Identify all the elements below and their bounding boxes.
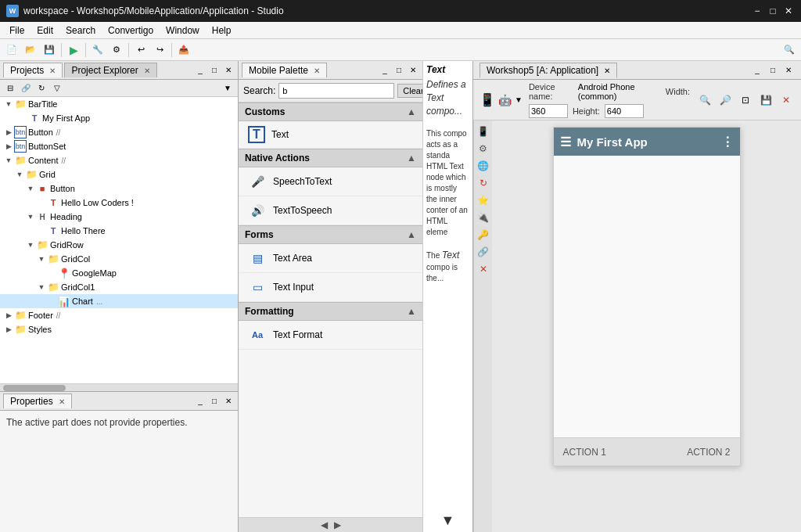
palette-item-speech-to-text[interactable]: 🎤 SpeechToText — [239, 167, 422, 196]
toolbar-save[interactable]: 💾 — [41, 41, 58, 59]
section-native-actions[interactable]: Native Actions ▲ — [239, 149, 422, 167]
minimize-palette[interactable]: _ — [379, 64, 391, 77]
toolbar-btn3[interactable]: ↩ — [132, 41, 149, 59]
footer-icon: 📁 — [14, 309, 27, 322]
section-forms[interactable]: Forms ▲ — [239, 225, 422, 244]
close-preview-tab[interactable]: ✕ — [604, 66, 610, 75]
tab-workshop5[interactable]: Workshop5 [A: Application] ✕ — [480, 63, 617, 78]
tree-item-button-red[interactable]: ▼ ■ Button — [0, 182, 238, 196]
tree-item-button[interactable]: ▶ btn Button // — [0, 125, 238, 139]
project-tree[interactable]: ▼ 📁 BarTitle T My First App ▶ btn Button… — [0, 97, 238, 383]
zoom-out-button[interactable]: 🔎 — [717, 92, 734, 109]
toolbar-new[interactable]: 📄 — [3, 41, 20, 59]
minimize-left-panel[interactable]: _ — [194, 64, 207, 77]
tree-item-myfirstapp[interactable]: T My First App — [0, 111, 238, 125]
fit-button[interactable]: ⊡ — [737, 92, 754, 109]
tree-horizontal-scrollbar[interactable] — [0, 383, 238, 391]
tab-projects[interactable]: Projects ✕ — [3, 63, 63, 77]
close-preview[interactable]: ✕ — [782, 64, 795, 77]
close-projects-tab[interactable]: ✕ — [49, 66, 56, 75]
menu-window[interactable]: Window — [160, 23, 206, 38]
side-icon-plugin[interactable]: 🔌 — [476, 210, 491, 225]
tree-item-hello-there[interactable]: T Hello There — [0, 224, 238, 238]
tree-item-buttonset[interactable]: ▶ btn ButtonSet — [0, 139, 238, 153]
width-input[interactable] — [529, 104, 568, 118]
minimize-preview[interactable]: _ — [751, 64, 763, 77]
tree-item-footer[interactable]: ▶ 📁 Footer // — [0, 308, 238, 322]
palette-item-text-to-speech[interactable]: 🔊 TextToSpeech — [239, 196, 422, 225]
maximize-button[interactable]: □ — [767, 5, 779, 17]
tab-mobile-palette[interactable]: Mobile Palette ✕ — [242, 63, 327, 77]
side-icon-refresh[interactable]: ↻ — [476, 175, 491, 191]
tree-item-gridcol[interactable]: ▼ 📁 GridCol — [0, 252, 238, 266]
minimize-props-panel[interactable]: _ — [194, 395, 207, 408]
close-palette[interactable]: ✕ — [407, 64, 419, 77]
grid-icon: 📁 — [25, 168, 38, 181]
close-palette-tab[interactable]: ✕ — [314, 66, 320, 75]
minimize-button[interactable]: − — [751, 5, 763, 17]
link-editor[interactable]: 🔗 — [19, 81, 33, 95]
filter-tree[interactable]: ▽ — [50, 81, 64, 95]
close-properties-tab[interactable]: ✕ — [59, 397, 65, 406]
toolbar-export[interactable]: 📤 — [175, 41, 192, 59]
side-icon-key[interactable]: 🔑 — [476, 227, 491, 243]
menu-search[interactable]: Search — [59, 23, 102, 38]
toolbar-btn2[interactable]: ⚙ — [108, 41, 125, 59]
side-icon-link[interactable]: 🔗 — [476, 244, 491, 260]
toolbar-btn1[interactable]: 🔧 — [89, 41, 106, 59]
tree-item-bartitle[interactable]: ▼ 📁 BarTitle — [0, 97, 238, 111]
desc-scroll-down[interactable]: ▼ — [426, 512, 469, 529]
height-input[interactable] — [605, 104, 644, 118]
toolbar-search[interactable]: 🔍 — [781, 41, 798, 59]
tree-menu[interactable]: ▼ — [221, 81, 235, 95]
device-selector-arrow[interactable]: ▼ — [515, 95, 523, 104]
width-label: Width: — [666, 87, 690, 96]
side-icon-star[interactable]: ⭐ — [476, 192, 491, 208]
scroll-right[interactable]: ▶ — [334, 519, 341, 530]
maximize-palette[interactable]: □ — [393, 64, 405, 77]
palette-item-text-area[interactable]: ▤ Text Area — [239, 244, 422, 273]
palette-item-text[interactable]: T Text — [239, 121, 422, 149]
tab-properties[interactable]: Properties ✕ — [3, 394, 72, 408]
scroll-left[interactable]: ◀ — [321, 519, 328, 530]
save-preview-button[interactable]: 💾 — [757, 92, 774, 109]
close-left-panel[interactable]: ✕ — [222, 64, 235, 77]
side-icon-globe[interactable]: 🌐 — [476, 158, 491, 174]
tree-item-styles[interactable]: ▶ 📁 Styles — [0, 322, 238, 336]
menu-help[interactable]: Help — [206, 23, 238, 38]
toolbar-open[interactable]: 📂 — [22, 41, 39, 59]
maximize-preview[interactable]: □ — [767, 64, 779, 77]
palette-search-input[interactable] — [278, 83, 394, 99]
close-explorer-tab[interactable]: ✕ — [144, 66, 150, 75]
section-customs[interactable]: Customs ▲ — [239, 102, 422, 121]
zoom-in-button[interactable]: 🔍 — [696, 92, 713, 109]
refresh-tree[interactable]: ↻ — [34, 81, 48, 95]
side-icon-close-red[interactable]: ✕ — [476, 261, 491, 277]
toolbar-run[interactable]: ▶ — [65, 41, 82, 59]
palette-item-text-format[interactable]: Aa Text Format — [239, 321, 422, 350]
side-icon-2[interactable]: ⚙ — [476, 141, 491, 156]
close-props-panel[interactable]: ✕ — [222, 395, 235, 408]
tree-item-gridcol1[interactable]: ▼ 📁 GridCol1 — [0, 280, 238, 294]
toolbar-btn4[interactable]: ↪ — [151, 41, 168, 59]
menu-file[interactable]: File — [3, 23, 31, 38]
tree-item-content[interactable]: ▼ 📁 Content // — [0, 153, 238, 167]
menu-convertigo[interactable]: Convertigo — [102, 23, 160, 38]
section-formatting[interactable]: Formatting ▲ — [239, 302, 422, 321]
tree-item-hello-low-coders[interactable]: T Hello Low Coders ! — [0, 196, 238, 210]
menu-edit[interactable]: Edit — [31, 23, 59, 38]
close-preview-button[interactable]: ✕ — [778, 92, 795, 109]
palette-item-text-input[interactable]: ▭ Text Input — [239, 273, 422, 302]
tree-item-gridrow[interactable]: ▼ 📁 GridRow — [0, 238, 238, 252]
close-button[interactable]: ✕ — [782, 5, 795, 17]
tree-item-heading[interactable]: ▼ H Heading — [0, 210, 238, 224]
device-name-label: Device name: — [529, 82, 573, 101]
side-icon-1[interactable]: 📱 — [476, 124, 491, 139]
maximize-left-panel[interactable]: □ — [208, 64, 221, 77]
tree-item-chart[interactable]: 📊 Chart ... — [0, 294, 238, 308]
collapse-all[interactable]: ⊟ — [3, 81, 17, 95]
maximize-props-panel[interactable]: □ — [208, 395, 221, 408]
tree-item-grid[interactable]: ▼ 📁 Grid — [0, 167, 238, 182]
tab-project-explorer[interactable]: Project Explorer ✕ — [64, 63, 156, 77]
tree-item-googlemap[interactable]: 📍 GoogleMap — [0, 266, 238, 280]
